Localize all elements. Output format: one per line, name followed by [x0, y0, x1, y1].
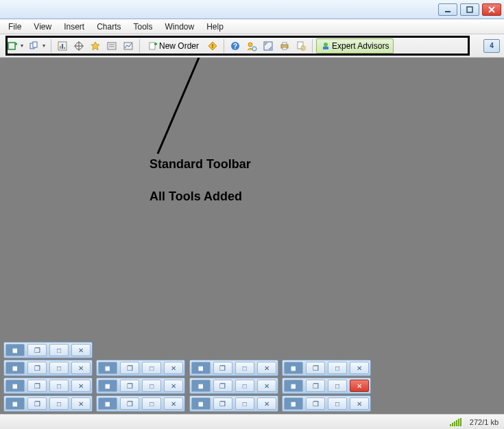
new-order-icon — [148, 41, 158, 51]
options-button[interactable] — [244, 38, 259, 54]
minimized-chart-window[interactable]: ▦❐□✕ — [189, 360, 278, 376]
maximize-button[interactable]: □ — [49, 362, 69, 374]
maximize-button[interactable]: □ — [235, 397, 254, 410]
minimized-chart-window[interactable]: ▦❐□✕ — [96, 395, 185, 412]
restore-button[interactable]: ❐ — [306, 397, 325, 410]
expert-advisors-button[interactable]: Expert Advisors — [316, 38, 394, 54]
restore-button[interactable]: ❐ — [213, 362, 232, 374]
restore-button[interactable]: ❐ — [27, 344, 47, 356]
print-button[interactable] — [277, 38, 292, 54]
svg-rect-32 — [283, 43, 287, 45]
print-preview-button[interactable] — [293, 38, 309, 54]
terminal-button[interactable] — [104, 38, 119, 54]
close-button[interactable]: ✕ — [257, 397, 276, 410]
maximize-button[interactable]: □ — [142, 380, 161, 392]
minimized-chart-window[interactable]: ▦❐□✕ — [96, 360, 185, 376]
svg-rect-21 — [149, 43, 155, 49]
minimized-chart-window[interactable]: ▦❐□✕ — [282, 378, 371, 394]
help-button[interactable]: ? — [228, 38, 243, 54]
toolbar-separator — [224, 39, 224, 53]
svg-point-28 — [248, 43, 252, 47]
minimized-chart-window[interactable]: ▦❐□✕ — [96, 378, 185, 394]
menu-view[interactable]: View — [34, 22, 51, 32]
menu-file[interactable]: File — [8, 22, 21, 32]
title-bar — [0, 0, 504, 19]
maximize-button[interactable]: □ — [235, 362, 254, 374]
minimized-chart-window[interactable]: ▦❐□✕ — [3, 378, 93, 394]
svg-rect-4 — [8, 43, 15, 49]
minimized-chart-window[interactable]: ▦❐□✕ — [3, 360, 93, 376]
svg-line-38 — [158, 58, 199, 154]
close-button[interactable]: ✕ — [71, 397, 91, 410]
restore-button[interactable]: ❐ — [213, 380, 232, 392]
close-button[interactable]: ✕ — [350, 397, 369, 410]
close-button[interactable]: ✕ — [71, 362, 91, 374]
maximize-button[interactable]: □ — [49, 380, 69, 392]
minimized-chart-window[interactable]: ▦❐□✕ — [189, 378, 278, 394]
svg-text:?: ? — [233, 43, 237, 50]
restore-button[interactable]: ❐ — [120, 362, 139, 374]
menu-tools[interactable]: Tools — [134, 22, 153, 32]
strategy-tester-button[interactable] — [121, 38, 136, 54]
maximize-button[interactable]: □ — [142, 397, 161, 410]
minimized-chart-window[interactable]: ▦❐□✕ — [3, 395, 93, 412]
close-button[interactable]: ✕ — [257, 380, 276, 392]
close-button[interactable]: ✕ — [164, 397, 183, 410]
new-order-button[interactable]: New Order — [143, 38, 204, 54]
maximize-button[interactable]: □ — [142, 362, 161, 374]
maximize-button[interactable]: □ — [49, 397, 69, 410]
minimized-windows-area: ▦ ❐ □ ✕ ▦❐□✕ ▦❐□✕ ▦❐□✕ ▦❐□✕ ▦❐□✕ — [3, 341, 372, 413]
new-chart-button[interactable] — [5, 38, 25, 54]
restore-button[interactable]: ❐ — [120, 380, 139, 392]
close-button[interactable]: ✕ — [257, 362, 276, 374]
restore-button[interactable]: ❐ — [306, 362, 325, 374]
minimized-chart-window[interactable]: ▦ ❐ □ ✕ — [3, 342, 93, 358]
maximize-button[interactable] — [460, 3, 479, 16]
menu-insert[interactable]: Insert — [64, 22, 84, 32]
close-button[interactable]: ✕ — [350, 380, 369, 392]
restore-button[interactable]: ❐ — [27, 362, 47, 374]
menu-help[interactable]: Help — [206, 22, 224, 32]
maximize-button[interactable]: □ — [328, 380, 347, 392]
svg-rect-17 — [108, 43, 116, 49]
annotation-text-2: All Tools Added — [149, 189, 242, 204]
restore-button[interactable]: ❐ — [306, 380, 325, 392]
svg-rect-37 — [323, 47, 328, 49]
menu-window[interactable]: Window — [165, 22, 195, 32]
restore-button[interactable]: ❐ — [120, 397, 139, 410]
minimize-button[interactable] — [438, 3, 457, 16]
help-icon: ? — [230, 40, 241, 51]
preview-icon — [296, 40, 307, 51]
svg-text:!: ! — [212, 43, 214, 49]
svg-rect-12 — [64, 47, 65, 49]
close-button[interactable]: ✕ — [71, 380, 91, 392]
minimized-chart-window[interactable]: ▦❐□✕ — [282, 395, 371, 412]
profiles-button[interactable] — [27, 38, 47, 54]
minimized-chart-window[interactable]: ▦❐□✕ — [189, 395, 278, 412]
close-button[interactable]: ✕ — [164, 362, 183, 374]
restore-button[interactable]: ❐ — [213, 397, 232, 410]
minimized-chart-window[interactable]: ▦❐□✕ — [282, 360, 371, 376]
restore-button[interactable]: ❐ — [27, 380, 47, 392]
navigator-button[interactable] — [71, 38, 86, 54]
metaquotes-button[interactable]: ! — [205, 38, 220, 54]
market-watch-button[interactable] — [55, 38, 70, 54]
close-button[interactable] — [482, 3, 501, 16]
maximize-button[interactable]: □ — [235, 380, 254, 392]
maximize-button[interactable]: □ — [328, 397, 347, 410]
diamond-icon: ! — [207, 40, 218, 51]
close-button[interactable]: ✕ — [71, 344, 91, 356]
fullscreen-button[interactable] — [261, 38, 276, 54]
new-chart-icon — [7, 40, 18, 51]
chart-icon: ▦ — [98, 380, 117, 392]
chart-icon: ▦ — [191, 380, 211, 392]
data-window-button[interactable] — [88, 38, 103, 54]
maximize-button[interactable]: □ — [328, 362, 347, 374]
close-button[interactable]: ✕ — [350, 362, 369, 374]
svg-rect-1 — [467, 7, 472, 12]
restore-button[interactable]: ❐ — [27, 397, 47, 410]
mail-button[interactable]: 4 — [483, 39, 500, 53]
maximize-button[interactable]: □ — [49, 344, 69, 356]
close-button[interactable]: ✕ — [164, 380, 183, 392]
menu-charts[interactable]: Charts — [97, 22, 121, 32]
